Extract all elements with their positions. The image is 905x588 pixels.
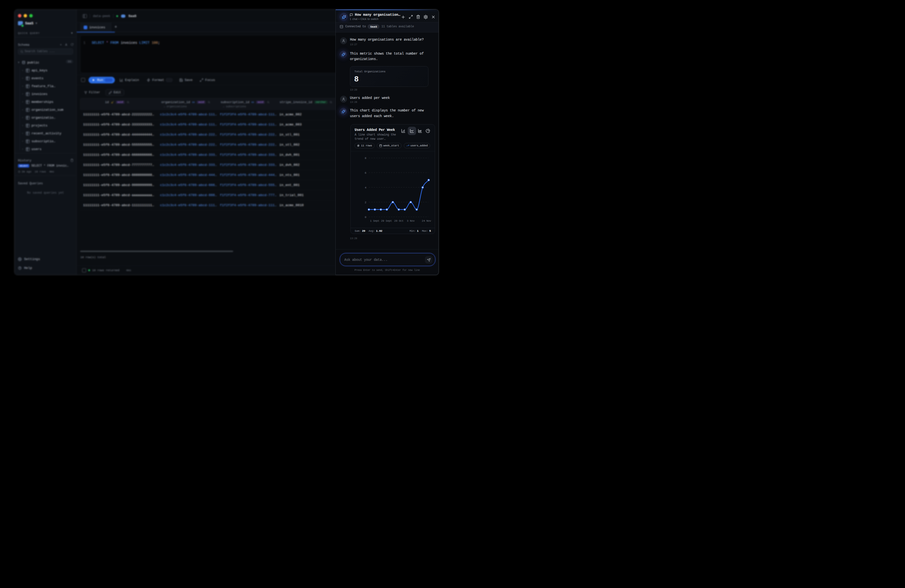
svg-text:2: 2	[365, 201, 367, 204]
svg-text:24 Nov: 24 Nov	[422, 219, 431, 222]
svg-text:20 Oct: 20 Oct	[394, 219, 403, 222]
svg-text:3 Nov: 3 Nov	[407, 219, 414, 222]
svg-text:0: 0	[365, 216, 367, 219]
svg-text:29 Sept: 29 Sept	[381, 219, 392, 222]
svg-text:4: 4	[365, 186, 367, 189]
svg-text:8: 8	[365, 156, 367, 160]
svg-text:6: 6	[365, 171, 367, 175]
svg-text:1 Sept: 1 Sept	[370, 219, 379, 222]
